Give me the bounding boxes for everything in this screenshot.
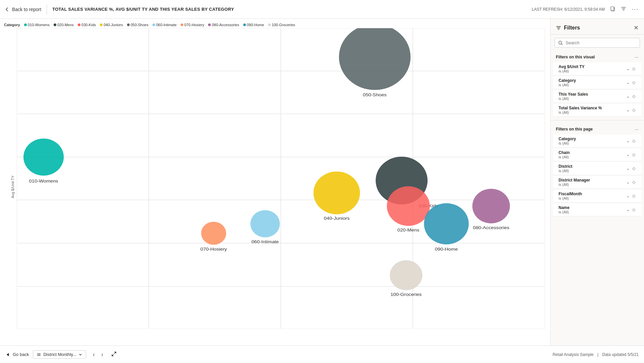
pfi-info-chain: Chain is (All) bbox=[559, 150, 626, 159]
pfi-name-fm: FiscalMonth bbox=[559, 192, 626, 196]
pfi-expand-chain[interactable]: ⌄ bbox=[626, 152, 630, 158]
pfi-clear-dm[interactable]: ◇ bbox=[632, 179, 636, 185]
filter-item-category[interactable]: Category is (All) ⌄ ◇ bbox=[553, 76, 641, 89]
legend-label-060: 060-Intimate bbox=[156, 23, 177, 27]
filter-value-category: is (All) bbox=[559, 83, 626, 87]
filter-on-visual-section: Filters on this visual ··· bbox=[551, 51, 644, 62]
filter-expand-tsv[interactable]: ⌄ bbox=[626, 107, 630, 113]
main-area: Category 010-Womens 020-Mens 030-Kids 04… bbox=[0, 19, 644, 346]
filter-icon-button[interactable] bbox=[620, 5, 628, 14]
page-filter-item-name[interactable]: Name is (All) ⌄ ◇ bbox=[553, 203, 641, 216]
page-filter-item-district-manager[interactable]: District Manager is (All) ⌄ ◇ bbox=[553, 176, 641, 189]
expand-button[interactable] bbox=[110, 350, 118, 359]
bubble-050-shoes[interactable] bbox=[339, 28, 411, 90]
nav-prev-button[interactable]: ‹ bbox=[90, 350, 97, 359]
tab-label: District Monthly... bbox=[43, 352, 76, 357]
filter-item-info-tys: This Year Sales is (All) bbox=[559, 92, 626, 101]
bubble-020-mens[interactable] bbox=[387, 186, 430, 226]
filter-close-button[interactable]: ✕ bbox=[634, 24, 639, 32]
legend-label-030: 030-Kids bbox=[81, 23, 96, 27]
bubble-060-intimate[interactable] bbox=[250, 210, 280, 238]
chart-area: Category 010-Womens 020-Mens 030-Kids 04… bbox=[0, 19, 550, 346]
page-filter-item-district[interactable]: District is (All) ⌄ ◇ bbox=[553, 162, 641, 175]
more-options-icon: ··· bbox=[632, 6, 639, 12]
back-to-report-button[interactable]: Back to report bbox=[4, 6, 41, 12]
pfi-expand-name[interactable]: ⌄ bbox=[626, 207, 630, 213]
svg-text:070-Hosiery: 070-Hosiery bbox=[200, 246, 227, 251]
legend-label-010: 010-Womens bbox=[28, 23, 50, 27]
filter-item-this-year-sales[interactable]: This Year Sales is (All) ⌄ ◇ bbox=[553, 90, 641, 103]
bubble-010-womens[interactable] bbox=[23, 139, 64, 175]
pfi-info-district: District is (All) bbox=[559, 164, 626, 173]
filter-expand-tys[interactable]: ⌄ bbox=[626, 93, 630, 99]
copy-icon-button[interactable] bbox=[609, 5, 617, 14]
page-filter-item-chain[interactable]: Chain is (All) ⌄ ◇ bbox=[553, 148, 641, 161]
filter-expand-avg[interactable]: ⌄ bbox=[626, 66, 630, 72]
last-refresh: LAST REFRESH: 6/12/2021, 9:59:04 AM bbox=[532, 7, 605, 12]
legend-label-090: 090-Home bbox=[247, 23, 264, 27]
filter-panel-icon bbox=[556, 25, 561, 31]
tab-chevron-down-icon bbox=[78, 353, 82, 357]
filter-on-page-more-button[interactable]: ··· bbox=[635, 126, 639, 132]
pfi-clear-name[interactable]: ◇ bbox=[632, 207, 636, 213]
pfi-clear-fm[interactable]: ◇ bbox=[632, 193, 636, 199]
filter-panel-title-text: Filters bbox=[564, 25, 580, 31]
legend-category-label: Category bbox=[4, 23, 20, 27]
pfi-name-district: District bbox=[559, 164, 626, 169]
legend-label-040: 040-Juniors bbox=[104, 23, 123, 27]
filter-clear-category[interactable]: ◇ bbox=[632, 80, 636, 86]
pfi-value-district: is (All) bbox=[559, 169, 626, 173]
filter-on-visual-label: Filters on this visual bbox=[556, 55, 595, 59]
filter-clear-avg[interactable]: ◇ bbox=[632, 66, 636, 72]
pfi-actions-district: ⌄ ◇ bbox=[626, 165, 636, 171]
legend-dot-050 bbox=[127, 23, 130, 26]
pfi-expand-dm[interactable]: ⌄ bbox=[626, 179, 630, 185]
bubble-040-juniors[interactable] bbox=[313, 171, 360, 214]
pfi-expand-district[interactable]: ⌄ bbox=[626, 165, 630, 171]
bubble-070-hosiery[interactable] bbox=[201, 222, 226, 245]
svg-text:020-Mens: 020-Mens bbox=[397, 227, 419, 232]
legend-item-090: 090-Home bbox=[243, 23, 264, 27]
filter-expand-category[interactable]: ⌄ bbox=[626, 80, 630, 86]
svg-text:090-Home: 090-Home bbox=[435, 246, 458, 251]
filter-item-total-sales-var[interactable]: Total Sales Variance % is (All) ⌄ ◇ bbox=[553, 104, 641, 117]
filter-clear-tys[interactable]: ◇ bbox=[632, 93, 636, 99]
pfi-clear-chain[interactable]: ◇ bbox=[632, 152, 636, 158]
page-filter-item-category[interactable]: Category is (All) ⌄ ◇ bbox=[553, 135, 641, 148]
top-bar-right: LAST REFRESH: 6/12/2021, 9:59:04 AM ··· bbox=[532, 4, 640, 14]
page-filter-item-fiscalmonth[interactable]: FiscalMonth is (All) ⌄ ◇ bbox=[553, 190, 641, 203]
svg-text:080-Accessories: 080-Accessories bbox=[473, 225, 509, 230]
filter-actions-category: ⌄ ◇ bbox=[626, 80, 636, 86]
filter-clear-tsv[interactable]: ◇ bbox=[632, 107, 636, 113]
pfi-info-category: Category is (All) bbox=[559, 137, 626, 145]
legend-item-030: 030-Kids bbox=[78, 23, 96, 27]
legend-item-040: 040-Juniors bbox=[100, 23, 123, 27]
filter-item-avg-unit-ty[interactable]: Avg $/Unit TY is (All) ⌄ ◇ bbox=[553, 62, 641, 75]
bottom-bar: Go back District Monthly... ‹ › Retail A… bbox=[0, 346, 644, 363]
district-monthly-tab[interactable]: District Monthly... bbox=[33, 350, 86, 359]
legend-dot-060 bbox=[152, 23, 155, 26]
legend-label-070: 070-Hosiery bbox=[184, 23, 204, 27]
go-back-button[interactable]: Go back bbox=[5, 352, 29, 357]
filter-search-box[interactable] bbox=[555, 38, 640, 48]
pfi-clear-district[interactable]: ◇ bbox=[632, 165, 636, 171]
filter-search-input[interactable] bbox=[566, 40, 636, 45]
filter-item-info-category: Category is (All) bbox=[559, 78, 626, 87]
pfi-info-fm: FiscalMonth is (All) bbox=[559, 192, 626, 200]
bubble-100-groceries[interactable] bbox=[390, 260, 422, 290]
pfi-clear-category[interactable]: ◇ bbox=[632, 138, 636, 144]
filter-name-tys: This Year Sales bbox=[559, 92, 626, 97]
filter-on-visual-more-button[interactable]: ··· bbox=[635, 54, 639, 60]
legend-label-100: 100-Groceries bbox=[272, 23, 295, 27]
pfi-expand-category[interactable]: ⌄ bbox=[626, 138, 630, 144]
bubble-090-home[interactable] bbox=[424, 203, 469, 245]
filter-on-page-label: Filters on this page bbox=[556, 127, 593, 132]
filter-on-page-section: Filters on this page ··· bbox=[551, 123, 644, 134]
pfi-expand-fm[interactable]: ⌄ bbox=[626, 193, 630, 199]
filter-actions-avg: ⌄ ◇ bbox=[626, 66, 636, 72]
legend-dot-010 bbox=[24, 23, 27, 26]
nav-next-button[interactable]: › bbox=[99, 350, 106, 359]
more-options-button[interactable]: ··· bbox=[630, 4, 640, 14]
pfi-value-name: is (All) bbox=[559, 210, 626, 214]
bubble-080-accessories[interactable] bbox=[472, 189, 510, 223]
